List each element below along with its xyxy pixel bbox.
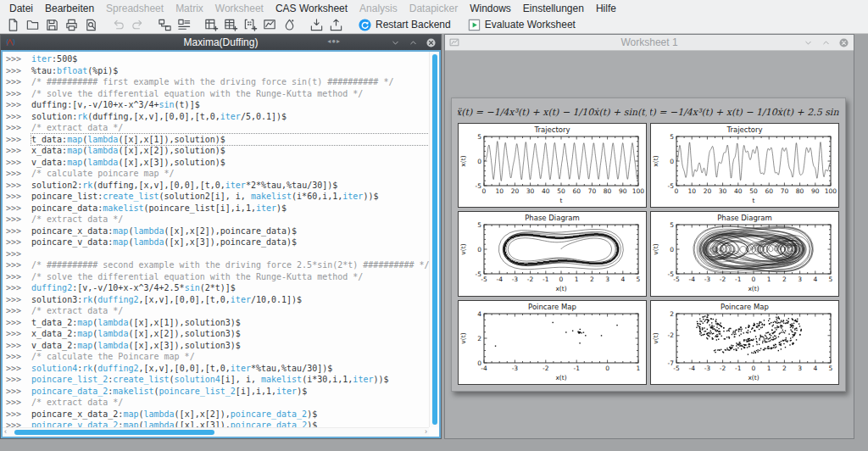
- print-preview-button[interactable]: [81, 17, 101, 33]
- svg-text:-7: -7: [668, 359, 675, 366]
- code-line[interactable]: >>>iter:500$: [6, 53, 429, 65]
- color-maps-button[interactable]: [280, 17, 299, 33]
- chevron-up-icon: [409, 38, 418, 47]
- maxima-titlebar[interactable]: Maxima(Duffing) ◂●▸: [1, 35, 441, 50]
- code-line[interactable]: >>>duffing:[v,-v/10+x-x^3/4+sin(t)]$: [6, 99, 429, 111]
- code-line[interactable]: >>>v_data:map(lambda([x],x[3]),solution)…: [6, 157, 429, 169]
- svg-text:5: 5: [829, 276, 833, 283]
- code-line[interactable]: >>>/* extract data */: [6, 122, 429, 134]
- svg-text:-4: -4: [481, 365, 487, 372]
- code-line[interactable]: >>>/* solve the differential equation wi…: [6, 271, 429, 283]
- svg-text:20: 20: [704, 187, 712, 195]
- plot-trajectory-2[interactable]: Trajectory0102030405060708090100-505tx(t…: [650, 123, 839, 208]
- code-area[interactable]: >>>iter:500$>>>%tau:bfloat(%pi)$>>>/* ##…: [3, 52, 429, 427]
- menu-item-windows[interactable]: Windows: [464, 1, 517, 16]
- svg-text:x(t): x(t): [652, 155, 659, 166]
- scroll-right-icon[interactable]: ›: [425, 427, 427, 437]
- new-workbook-button[interactable]: [202, 17, 221, 33]
- plot-phase-diagram-2[interactable]: Phase Diagram-5-4-3-2-1012345-505x(t)v(t…: [650, 211, 839, 296]
- menu-item-datei[interactable]: Datei: [3, 1, 39, 16]
- maxima-close-button[interactable]: [425, 36, 437, 48]
- menu-item-hilfe[interactable]: Hilfe: [590, 1, 622, 16]
- svg-text:80: 80: [604, 187, 612, 195]
- menu-item-cas-worksheet[interactable]: CAS Worksheet: [270, 1, 353, 16]
- horizontal-scrollbar-thumb[interactable]: [14, 430, 214, 435]
- code-line[interactable]: >>>/* extract data */: [6, 397, 429, 409]
- new-worksheet-button[interactable]: [260, 17, 280, 33]
- code-line[interactable]: >>>solution:rk(duffing,[x,v],[0,0],[t,0,…: [6, 111, 429, 123]
- open-file-button[interactable]: [23, 17, 42, 33]
- code-line[interactable]: >>>/* ########## first example with the …: [6, 76, 429, 88]
- code-line[interactable]: >>>/* calculate the Poincare map */: [6, 351, 429, 363]
- code-line[interactable]: >>>t_data:map(lambda([x],x[1]),solution)…: [6, 134, 429, 146]
- project-explorer-button[interactable]: [155, 17, 175, 33]
- code-line[interactable]: >>>poincare_list:create_list(solution2[i…: [6, 191, 429, 203]
- close-icon: [838, 37, 849, 48]
- svg-text:1: 1: [637, 365, 641, 372]
- plot-phase-diagram-1[interactable]: Phase Diagram-5-4-3-2-1012345-505x(t)v(t…: [458, 211, 647, 296]
- code-line[interactable]: >>>poincare_x_data:map(lambda([x],x[2]),…: [6, 226, 429, 237]
- properties-explorer-button[interactable]: [175, 17, 194, 33]
- plot-trajectory-1[interactable]: Trajectory0102030405060708090100-505tx(t…: [458, 123, 647, 208]
- maxima-shade-button[interactable]: [389, 36, 401, 48]
- code-line[interactable]: >>>/* extract data */: [6, 214, 429, 226]
- worksheet-icon: [449, 37, 460, 48]
- vertical-scrollbar[interactable]: [429, 52, 439, 427]
- menu-item-analysis: Analysis: [353, 1, 403, 16]
- vertical-scrollbar-thumb[interactable]: [432, 54, 437, 425]
- new-spreadsheet-button[interactable]: [221, 17, 241, 33]
- restart-backend-button[interactable]: Restart Backend: [353, 17, 455, 33]
- menu-item-bearbeiten[interactable]: Bearbeiten: [39, 1, 100, 16]
- plot-svg-phase-1: Phase Diagram-5-4-3-2-1012345-505x(t)v(t…: [459, 212, 646, 295]
- code-line[interactable]: >>>poincare_data_2:makelist(poincare_lis…: [6, 386, 429, 398]
- new-document-button[interactable]: [3, 17, 23, 33]
- menu-item-einstellungen[interactable]: Einstellungen: [517, 1, 590, 16]
- new-matrix-button[interactable]: [241, 17, 260, 33]
- code-line[interactable]: >>>poincare_v_data:map(lambda([x],x[3]),…: [6, 237, 429, 248]
- svg-text:100: 100: [825, 187, 837, 195]
- code-line[interactable]: >>>/* calculate poincare map */: [6, 168, 429, 180]
- code-line[interactable]: >>>x_data:map(lambda([x],x[2]),solution)…: [6, 145, 429, 157]
- code-line[interactable]: >>>solution4:rk(duffing2,[x,v],[0,0],[t,…: [6, 363, 429, 375]
- worksheet-close-button[interactable]: [837, 36, 849, 48]
- code-line[interactable]: >>>t_data_2:map(lambda([x],x[1]),solutio…: [6, 317, 429, 329]
- code-line[interactable]: >>>poincare_data:makelist(poincare_list[…: [6, 203, 429, 214]
- code-line[interactable]: >>>duffing2:[v,-v/10+x-x^3/4+2.5*sin(2*t…: [6, 282, 429, 294]
- code-editor[interactable]: >>>iter:500$>>>%tau:bfloat(%pi)$>>>/* ##…: [1, 50, 441, 438]
- horizontal-scrollbar[interactable]: ‹ ›: [3, 427, 429, 437]
- svg-text:v(t): v(t): [652, 332, 659, 343]
- plot-poincare-map-1[interactable]: Poincare Map-4-3-2-101024x(t)v(t): [458, 300, 647, 385]
- export-button[interactable]: [326, 17, 346, 33]
- svg-text:2: 2: [782, 276, 787, 283]
- code-line[interactable]: >>>v_data_2:map(lambda([x],x[3]),solutio…: [6, 340, 429, 352]
- print-button[interactable]: [62, 17, 81, 33]
- worksheet-restore-button[interactable]: [820, 36, 832, 48]
- code-line[interactable]: >>>poincare_x_data_2:map(lambda([x],x[2]…: [6, 409, 429, 420]
- code-line[interactable]: >>>: [6, 248, 429, 260]
- import-button[interactable]: [307, 17, 326, 33]
- code-line[interactable]: >>>%tau:bfloat(%pi)$: [6, 65, 429, 77]
- worksheet-view[interactable]: ẍ(t) = −1/4x³(t) + x(t) − 1/10ẋ(t) + sin…: [445, 51, 854, 438]
- evaluate-worksheet-button[interactable]: Evaluate Worksheet: [463, 17, 580, 33]
- new-workbook-icon: [204, 18, 219, 32]
- code-line[interactable]: >>>poincare_list_2:create_list(solution4…: [6, 374, 429, 386]
- code-line[interactable]: >>>poincare_v_data_2:map(lambda([x],x[3]…: [6, 420, 429, 427]
- save-button[interactable]: [42, 17, 62, 33]
- svg-text:-4: -4: [496, 276, 503, 283]
- prompt: >>>: [6, 99, 31, 111]
- code-line[interactable]: >>>/* extract data */: [6, 305, 429, 317]
- code-line[interactable]: >>>x_data_2:map(lambda([x],x[2]),solutio…: [6, 328, 429, 340]
- svg-text:90: 90: [811, 187, 820, 195]
- worksheet-shade-button[interactable]: [802, 36, 814, 48]
- scroll-left-icon[interactable]: ‹: [4, 427, 7, 437]
- maxima-restore-button[interactable]: [407, 36, 419, 48]
- plot-svg-poincare-2: Poincare Map-5-4-3-2-10123452-2-7x(t)v(t…: [651, 301, 838, 384]
- code-line[interactable]: >>>solution3:rk(duffing2,[x,v],[0,0],[t,…: [6, 294, 429, 306]
- plot-poincare-map-2[interactable]: Poincare Map-5-4-3-2-10123452-2-7x(t)v(t…: [650, 300, 839, 385]
- main-toolbar: Restart Backend Evaluate Worksheet: [0, 16, 868, 34]
- code-line[interactable]: >>>/* ########## second example with the…: [6, 259, 429, 271]
- code-line[interactable]: >>>solution2:rk(duffing,[x,v],[0,0],[t,0…: [6, 180, 429, 192]
- plot-svg-poincare-1: Poincare Map-4-3-2-101024x(t)v(t): [459, 301, 646, 384]
- worksheet-titlebar[interactable]: Worksheet 1: [445, 35, 854, 51]
- code-line[interactable]: >>>/* solve the differential equation wi…: [6, 88, 429, 100]
